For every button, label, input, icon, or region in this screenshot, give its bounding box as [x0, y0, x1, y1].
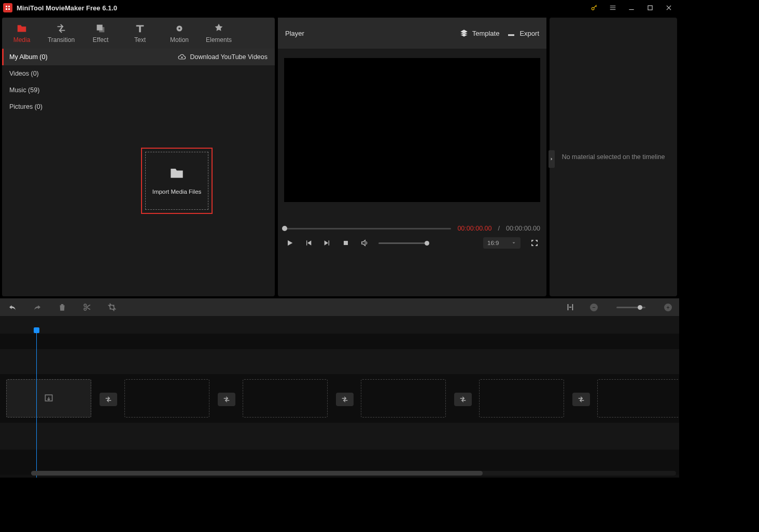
timeline-ruler[interactable] — [0, 316, 679, 334]
next-frame-button[interactable] — [322, 238, 332, 248]
aspect-ratio-select[interactable]: 16:9 — [483, 237, 521, 249]
library-item-label: Pictures (0) — [9, 103, 43, 110]
timecode-total: 00:00:00.00 — [506, 225, 540, 232]
export-label: Export — [519, 30, 539, 37]
clip-slot-2[interactable] — [124, 379, 209, 418]
effect-icon — [95, 23, 106, 34]
import-media-label: Import Media Files — [152, 189, 202, 195]
volume-thumb[interactable] — [425, 241, 429, 246]
timeline-toolbar — [0, 298, 679, 316]
tab-motion-label: Motion — [170, 36, 189, 44]
folder-icon — [170, 167, 184, 179]
folder-icon — [16, 23, 27, 34]
tab-transition-label: Transition — [48, 36, 75, 44]
redo-button[interactable] — [32, 302, 43, 312]
library-item-videos[interactable]: Videos (0) — [2, 65, 79, 82]
aspect-ratio-value: 16:9 — [487, 240, 499, 246]
clip-slot-4[interactable] — [361, 379, 446, 418]
svg-rect-6 — [344, 241, 348, 245]
library-item-pictures[interactable]: Pictures (0) — [2, 98, 79, 115]
playhead[interactable] — [36, 327, 37, 478]
transition-icon — [55, 23, 67, 34]
clip-slot-6[interactable] — [597, 379, 679, 418]
import-clip-icon — [44, 393, 54, 404]
app-title: MiniTool MovieMaker Free 6.1.0 — [17, 4, 117, 12]
svg-point-5 — [178, 27, 180, 30]
timeline: Track1 — [0, 316, 679, 478]
tab-media-label: Media — [13, 36, 31, 44]
library-item-myalbum[interactable]: My Album (0) — [2, 49, 79, 65]
export-icon — [507, 28, 516, 38]
inspector-panel: No material selected on the timeline — [550, 18, 677, 296]
transition-slot-4[interactable] — [454, 393, 472, 406]
video-preview — [284, 58, 540, 202]
clip-slot-3[interactable] — [243, 379, 328, 418]
crop-button[interactable] — [107, 302, 117, 312]
download-youtube-label: Download YouTube Videos — [190, 53, 268, 61]
tab-text-label: Text — [134, 36, 146, 44]
clip-slot-1[interactable] — [6, 379, 91, 418]
library-item-label: Videos (0) — [9, 70, 39, 77]
transition-slot-2[interactable] — [218, 393, 235, 406]
window-close-button[interactable] — [662, 2, 676, 14]
motion-icon — [174, 23, 185, 34]
svg-rect-3 — [99, 27, 104, 32]
chevron-down-icon — [511, 240, 516, 246]
transition-slot-5[interactable] — [572, 393, 590, 406]
play-button[interactable] — [285, 238, 294, 248]
playback-scrubber[interactable] — [284, 228, 451, 229]
library-item-label: Music (59) — [9, 87, 39, 94]
video-track-lane[interactable] — [0, 374, 679, 423]
split-button[interactable] — [82, 302, 92, 312]
player-panel: Player Template Export 00:00:00.00 — [278, 18, 546, 296]
svg-rect-1 — [648, 6, 652, 10]
library-list: My Album (0) Videos (0) Music (59) Pictu… — [2, 49, 79, 296]
inspector-empty-message: No material selected on the timeline — [562, 153, 665, 161]
transition-slot-3[interactable] — [336, 393, 354, 406]
tab-elements-label: Elements — [206, 36, 232, 44]
hamburger-menu-button[interactable] — [606, 2, 620, 14]
transition-slot-1[interactable] — [100, 393, 117, 406]
window-maximize-button[interactable] — [643, 2, 657, 14]
volume-button[interactable] — [360, 238, 369, 248]
volume-slider[interactable] — [378, 242, 427, 244]
prev-frame-button[interactable] — [304, 238, 313, 248]
media-panel: Media Transition Effect Text Motion — [2, 18, 275, 296]
library-item-music[interactable]: Music (59) — [2, 82, 79, 98]
undo-button[interactable] — [7, 302, 18, 312]
activate-key-button[interactable] — [587, 2, 601, 14]
window-minimize-button[interactable] — [624, 2, 639, 14]
tab-elements[interactable]: Elements — [199, 18, 238, 49]
tab-text[interactable]: Text — [120, 18, 160, 49]
clip-slot-5[interactable] — [479, 379, 564, 418]
tab-effect[interactable]: Effect — [81, 18, 120, 49]
app-logo-icon — [3, 3, 12, 12]
scrubber-thumb[interactable] — [282, 226, 287, 231]
stop-button[interactable] — [341, 238, 350, 248]
tab-media[interactable]: Media — [2, 18, 41, 49]
chevron-right-icon — [550, 156, 554, 162]
timecode-current: 00:00:00.00 — [457, 225, 491, 232]
library-item-label: My Album (0) — [9, 53, 48, 61]
zoom-slider[interactable] — [616, 307, 645, 308]
tab-transition[interactable]: Transition — [41, 18, 81, 49]
timeline-scrollbar-thumb[interactable] — [31, 471, 483, 476]
tab-motion[interactable]: Motion — [160, 18, 199, 49]
delete-button[interactable] — [57, 302, 67, 312]
collapse-inspector-button[interactable] — [549, 150, 555, 168]
zoom-out-button[interactable] — [590, 304, 598, 311]
timeline-scrollbar[interactable] — [31, 471, 676, 476]
zoom-in-button[interactable] — [664, 304, 672, 311]
cloud-download-icon — [178, 54, 186, 60]
export-button[interactable]: Export — [507, 28, 539, 38]
template-label: Template — [472, 30, 500, 37]
download-youtube-button[interactable]: Download YouTube Videos — [79, 49, 275, 65]
player-title: Player — [285, 30, 304, 37]
import-media-button[interactable]: Import Media Files — [141, 148, 213, 214]
zoom-thumb[interactable] — [638, 305, 642, 310]
fullscreen-button[interactable] — [530, 238, 539, 248]
elements-icon — [213, 23, 224, 34]
template-button[interactable]: Template — [459, 28, 500, 38]
fit-zoom-button[interactable] — [565, 302, 575, 312]
svg-point-0 — [592, 7, 594, 10]
